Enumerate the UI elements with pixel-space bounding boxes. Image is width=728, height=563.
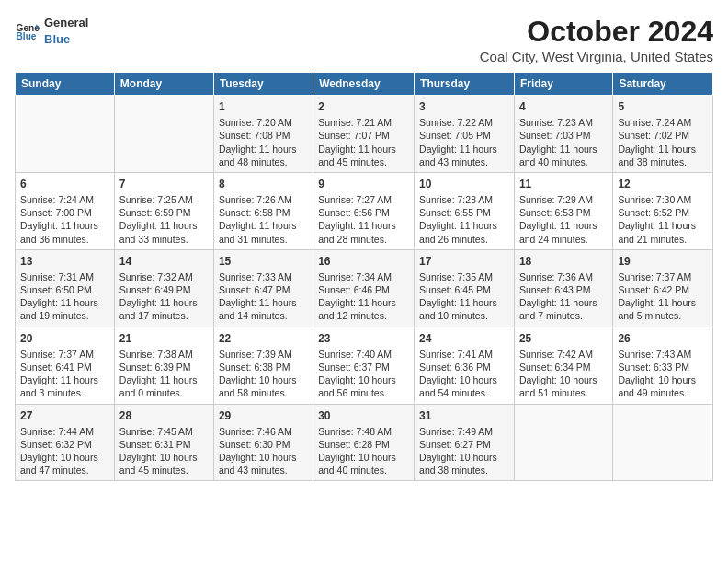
day-number: 24 <box>419 331 509 346</box>
day-number: 2 <box>318 99 409 114</box>
day-info: Sunset: 7:00 PM <box>20 206 109 219</box>
day-info: Sunrise: 7:46 AM <box>219 425 308 438</box>
day-info: Daylight: 10 hours and 51 minutes. <box>519 373 608 399</box>
day-info: Sunset: 6:45 PM <box>419 283 509 296</box>
day-number: 15 <box>219 254 308 269</box>
day-info: Sunset: 6:53 PM <box>519 206 608 219</box>
day-info: Sunrise: 7:23 AM <box>519 116 608 129</box>
calendar-cell: 17Sunrise: 7:35 AMSunset: 6:45 PMDayligh… <box>415 249 515 327</box>
day-info: Sunset: 6:59 PM <box>119 206 209 219</box>
day-info: Sunset: 6:32 PM <box>20 438 109 451</box>
day-info: Sunset: 6:39 PM <box>119 361 209 373</box>
day-info: Daylight: 11 hours and 10 minutes. <box>419 296 509 322</box>
day-info: Sunrise: 7:29 AM <box>519 193 608 206</box>
calendar-cell: 16Sunrise: 7:34 AMSunset: 6:46 PMDayligh… <box>313 249 415 327</box>
day-number: 8 <box>219 177 308 191</box>
day-info: Sunset: 6:38 PM <box>219 361 308 373</box>
calendar-cell: 4Sunrise: 7:23 AMSunset: 7:03 PMDaylight… <box>514 96 612 173</box>
day-number: 16 <box>318 254 409 269</box>
calendar-cell: 24Sunrise: 7:41 AMSunset: 6:36 PMDayligh… <box>415 327 515 404</box>
day-info: Sunset: 6:28 PM <box>318 438 409 451</box>
day-info: Daylight: 11 hours and 43 minutes. <box>419 143 509 168</box>
calendar-cell: 22Sunrise: 7:39 AMSunset: 6:38 PMDayligh… <box>213 327 313 404</box>
day-info: Sunset: 6:31 PM <box>119 438 209 451</box>
calendar-day-header: Tuesday <box>213 73 313 96</box>
day-info: Sunset: 6:46 PM <box>318 283 409 296</box>
day-info: Sunset: 6:34 PM <box>519 361 608 373</box>
day-info: Daylight: 11 hours and 26 minutes. <box>419 219 509 245</box>
calendar-header-row: SundayMondayTuesdayWednesdayThursdayFrid… <box>16 73 713 96</box>
calendar-cell: 3Sunrise: 7:22 AMSunset: 7:05 PMDaylight… <box>415 96 515 173</box>
calendar-day-header: Sunday <box>16 73 115 96</box>
day-info: Daylight: 11 hours and 7 minutes. <box>519 296 608 322</box>
day-info: Sunrise: 7:28 AM <box>419 193 509 206</box>
day-info: Daylight: 11 hours and 28 minutes. <box>318 219 409 245</box>
calendar-cell: 30Sunrise: 7:48 AMSunset: 6:28 PMDayligh… <box>313 404 415 481</box>
calendar-cell: 11Sunrise: 7:29 AMSunset: 6:53 PMDayligh… <box>514 172 612 249</box>
day-info: Sunset: 7:05 PM <box>419 129 509 142</box>
day-info: Daylight: 11 hours and 17 minutes. <box>119 296 209 322</box>
day-info: Daylight: 11 hours and 36 minutes. <box>20 219 109 245</box>
day-info: Sunrise: 7:41 AM <box>419 348 509 361</box>
day-number: 23 <box>318 331 409 346</box>
day-info: Sunrise: 7:39 AM <box>219 348 308 361</box>
calendar-cell: 10Sunrise: 7:28 AMSunset: 6:55 PMDayligh… <box>415 172 515 249</box>
calendar-cell: 8Sunrise: 7:26 AMSunset: 6:58 PMDaylight… <box>213 172 313 249</box>
calendar-cell: 18Sunrise: 7:36 AMSunset: 6:43 PMDayligh… <box>514 249 612 327</box>
day-number: 19 <box>618 254 708 269</box>
calendar-cell: 23Sunrise: 7:40 AMSunset: 6:37 PMDayligh… <box>313 327 415 404</box>
day-number: 10 <box>419 177 509 191</box>
calendar-day-header: Thursday <box>415 73 515 96</box>
calendar-cell: 27Sunrise: 7:44 AMSunset: 6:32 PMDayligh… <box>16 404 115 481</box>
day-info: Sunset: 6:33 PM <box>618 361 708 373</box>
calendar-cell <box>114 96 213 173</box>
day-number: 18 <box>519 254 608 269</box>
day-number: 9 <box>318 177 409 191</box>
day-number: 3 <box>419 99 509 114</box>
calendar-cell: 6Sunrise: 7:24 AMSunset: 7:00 PMDaylight… <box>16 172 115 249</box>
day-info: Sunrise: 7:25 AM <box>119 193 209 206</box>
calendar-week-row: 27Sunrise: 7:44 AMSunset: 6:32 PMDayligh… <box>16 404 713 481</box>
day-number: 14 <box>119 254 209 269</box>
calendar-day-header: Friday <box>514 73 612 96</box>
day-info: Daylight: 11 hours and 45 minutes. <box>318 143 409 168</box>
day-number: 5 <box>618 99 708 114</box>
day-info: Sunset: 6:42 PM <box>618 283 708 296</box>
day-info: Sunrise: 7:36 AM <box>519 270 608 283</box>
day-info: Daylight: 10 hours and 45 minutes. <box>119 451 209 477</box>
calendar-cell: 31Sunrise: 7:49 AMSunset: 6:27 PMDayligh… <box>415 404 515 481</box>
calendar-cell: 28Sunrise: 7:45 AMSunset: 6:31 PMDayligh… <box>114 404 213 481</box>
day-info: Sunrise: 7:31 AM <box>20 270 109 283</box>
calendar-cell: 2Sunrise: 7:21 AMSunset: 7:07 PMDaylight… <box>313 96 415 173</box>
calendar-cell: 14Sunrise: 7:32 AMSunset: 6:49 PMDayligh… <box>114 249 213 327</box>
calendar-cell: 25Sunrise: 7:42 AMSunset: 6:34 PMDayligh… <box>514 327 612 404</box>
day-info: Sunset: 6:52 PM <box>618 206 708 219</box>
day-number: 6 <box>20 177 109 191</box>
day-info: Sunset: 6:50 PM <box>20 283 109 296</box>
day-number: 22 <box>219 331 308 346</box>
day-info: Sunset: 7:08 PM <box>219 129 308 142</box>
day-number: 11 <box>519 177 608 191</box>
day-info: Sunset: 6:37 PM <box>318 361 409 373</box>
day-info: Daylight: 10 hours and 43 minutes. <box>219 451 308 477</box>
day-info: Sunrise: 7:43 AM <box>618 348 708 361</box>
day-info: Daylight: 11 hours and 5 minutes. <box>618 296 708 322</box>
day-info: Sunset: 6:41 PM <box>20 361 109 373</box>
day-info: Sunset: 7:07 PM <box>318 129 409 142</box>
day-info: Daylight: 11 hours and 40 minutes. <box>519 143 608 168</box>
day-info: Sunrise: 7:48 AM <box>318 425 409 438</box>
calendar-cell: 12Sunrise: 7:30 AMSunset: 6:52 PMDayligh… <box>613 172 713 249</box>
svg-text:Blue: Blue <box>17 32 37 42</box>
calendar-cell: 21Sunrise: 7:38 AMSunset: 6:39 PMDayligh… <box>114 327 213 404</box>
page-title: October 2024 <box>480 15 713 49</box>
calendar-cell: 15Sunrise: 7:33 AMSunset: 6:47 PMDayligh… <box>213 249 313 327</box>
calendar-day-header: Saturday <box>613 73 713 96</box>
day-info: Daylight: 11 hours and 3 minutes. <box>20 373 109 399</box>
day-info: Sunrise: 7:30 AM <box>618 193 708 206</box>
day-info: Sunrise: 7:20 AM <box>219 116 308 129</box>
title-block: October 2024 Coal City, West Virginia, U… <box>480 15 713 64</box>
calendar-cell: 19Sunrise: 7:37 AMSunset: 6:42 PMDayligh… <box>613 249 713 327</box>
day-number: 4 <box>519 99 608 114</box>
day-info: Sunrise: 7:21 AM <box>318 116 409 129</box>
day-number: 21 <box>119 331 209 346</box>
